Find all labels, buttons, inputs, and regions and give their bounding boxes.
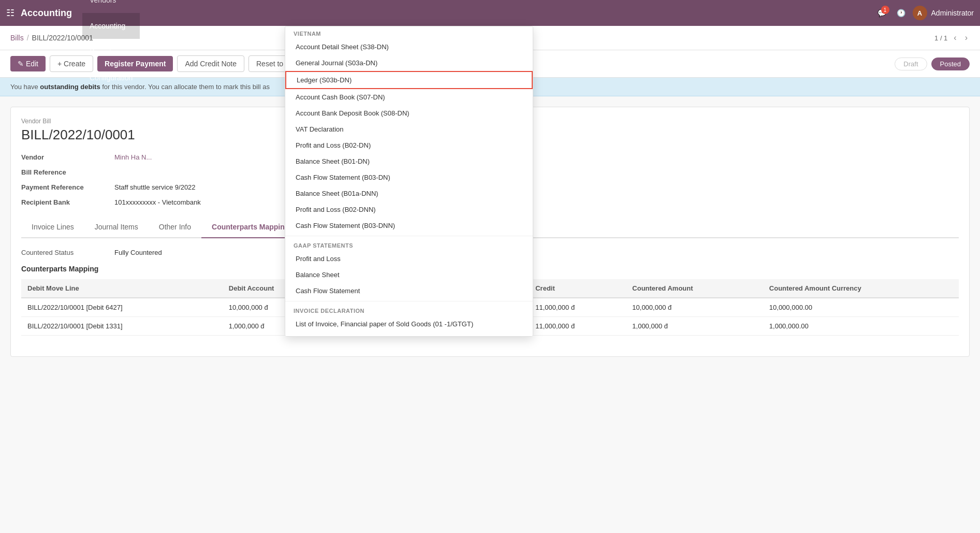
payment-reference-label: Payment Reference (21, 183, 114, 191)
dropdown-item-gaap_pl[interactable]: Profit and Loss (285, 251, 533, 267)
top-navigation: ☷ Accounting DashboardCustomersVendorsAc… (0, 0, 980, 26)
nav-items: DashboardCustomersVendorsAccountingRepor… (82, 0, 140, 91)
next-record-button[interactable]: › (963, 32, 970, 44)
recipient-bank-label: Recipient Bank (21, 198, 114, 206)
dropdown-item-s38dn[interactable]: Account Detail Sheet (S38-DN) (285, 39, 533, 55)
table-header-countered-amount: Countered Amount (626, 279, 763, 298)
table-header-debit-move-line: Debit Move Line (21, 279, 223, 298)
page-info: 1 / 1 (934, 34, 947, 42)
tab-journal_items[interactable]: Journal Items (84, 217, 149, 238)
dropdown-divider-1 (285, 301, 533, 301)
add-credit-note-button[interactable]: Add Credit Note (177, 55, 244, 72)
table-cell-3: 11,000,000 đ (529, 317, 626, 336)
notification-button[interactable]: 💬 1 (874, 6, 889, 20)
table-header-credit: Credit (529, 279, 626, 298)
user-name: Administrator (931, 9, 974, 17)
dropdown-divider-0 (285, 236, 533, 236)
dropdown-item-b02dn[interactable]: Profit and Loss (B02-DN) (285, 137, 533, 153)
dropdown-section-label-1: GAAP Statements (285, 238, 533, 251)
posted-status: Posted (931, 57, 970, 70)
reporting-dropdown: VietnamAccount Detail Sheet (S38-DN)Gene… (285, 26, 533, 337)
avatar: A (913, 6, 927, 20)
dropdown-item-b03dnn[interactable]: Cash Flow Statement (B03-DNN) (285, 218, 533, 234)
nav-right: 💬 1 🕐 A Administrator (874, 6, 974, 20)
tab-invoice_lines[interactable]: Invoice Lines (21, 217, 84, 238)
tab-other_info[interactable]: Other Info (149, 217, 201, 238)
apps-icon[interactable]: ☷ (6, 7, 14, 19)
payment-reference-value: Staff shuttle service 9/2022 (114, 183, 196, 191)
table-cell-5: 1,000,000.00 (763, 317, 959, 336)
dropdown-item-s03adn[interactable]: General Journal (S03a-DN) (285, 55, 533, 71)
prev-record-button[interactable]: ‹ (952, 32, 958, 44)
clock-button[interactable]: 🕐 (894, 6, 909, 20)
nav-brand: Accounting (21, 8, 72, 19)
dropdown-item-gaap_bs[interactable]: Balance Sheet (285, 267, 533, 283)
nav-item-accounting[interactable]: Accounting (82, 13, 140, 39)
dropdown-item-b02dnn[interactable]: Profit and Loss (B02-DNN) (285, 201, 533, 218)
breadcrumb-parent[interactable]: Bills (10, 34, 24, 42)
dropdown-item-s07dn[interactable]: Account Cash Book (S07-DN) (285, 89, 533, 105)
dropdown-item-b01adnn[interactable]: Balance Sheet (B01a-DNN) (285, 185, 533, 201)
table-header-countered-amount-currency: Countered Amount Currency (763, 279, 959, 298)
notification-badge: 1 (881, 6, 889, 14)
dropdown-item-b03dn[interactable]: Cash Flow Statement (B03-DN) (285, 169, 533, 185)
nav-item-reporting[interactable]: Reporting (82, 39, 140, 65)
nav-item-vendors[interactable]: Vendors (82, 0, 140, 13)
countered-status-label: Countered Status (21, 249, 114, 256)
dropdown-section-label-2: Invoice Declaration (285, 304, 533, 316)
dropdown-item-gaap_cf[interactable]: Cash Flow Statement (285, 283, 533, 299)
table-cell-0: BILL/2022/10/0001 [Debit 1331] (21, 317, 223, 336)
table-cell-0: BILL/2022/10/0001 [Debit 6427] (21, 298, 223, 317)
dropdown-item-inv_purchased[interactable]: List of Invoice, Financial paper of Purc… (285, 332, 533, 337)
table-cell-4: 1,000,000 đ (626, 317, 763, 336)
dropdown-item-s03bdn[interactable]: Ledger (S03b-DN) (285, 71, 533, 89)
table-cell-5: 10,000,000.00 (763, 298, 959, 317)
breadcrumb-nav: 1 / 1 ‹ › (934, 32, 970, 44)
countered-status-value: Fully Countered (114, 249, 162, 256)
table-cell-3: 11,000,000 đ (529, 298, 626, 317)
status-bar: Draft Posted (895, 57, 970, 70)
vendor-value[interactable]: Minh Ha N... (114, 153, 152, 161)
dropdown-item-s08dn[interactable]: Account Bank Deposit Book (S08-DN) (285, 105, 533, 121)
dropdown-item-inv_sold[interactable]: List of Invoice, Financial paper of Sold… (285, 316, 533, 332)
recipient-bank-value: 101xxxxxxxxx - Vietcombank (114, 198, 201, 206)
dropdown-item-vat[interactable]: VAT Declaration (285, 121, 533, 137)
dropdown-item-b01dn[interactable]: Balance Sheet (B01-DN) (285, 153, 533, 169)
bill-reference-label: Bill Reference (21, 168, 114, 176)
nav-item-configuration[interactable]: Configuration (82, 65, 140, 91)
dropdown-section-label-0: Vietnam (285, 26, 533, 39)
edit-button[interactable]: ✎ Edit (10, 56, 46, 71)
vendor-label: Vendor (21, 153, 114, 161)
table-cell-4: 10,000,000 đ (626, 298, 763, 317)
draft-status: Draft (895, 57, 927, 70)
